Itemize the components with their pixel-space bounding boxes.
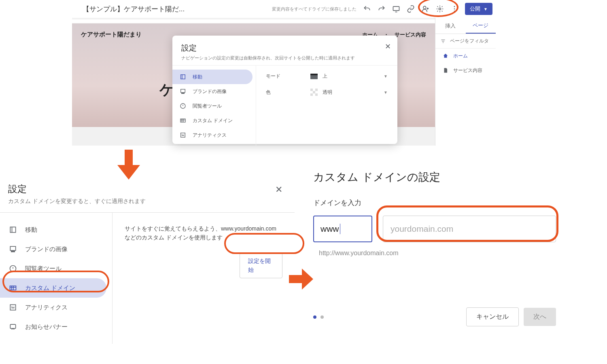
dialog-subtitle: ナビゲーションの設定の変更は自動保存され、次回サイトを公開した時に適用されます: [181, 55, 388, 61]
dialog-subtitle: カスタム ドメインを変更すると、すぐに適用されます: [8, 198, 287, 205]
site-brand: ケアサポート陽だまり: [81, 31, 142, 38]
undo-icon[interactable]: [360, 2, 374, 16]
preview-icon[interactable]: [389, 2, 403, 16]
step-dots: [313, 315, 324, 319]
dialog-title: 設定: [181, 43, 388, 53]
gear-icon[interactable]: [433, 2, 447, 16]
redo-icon[interactable]: [374, 2, 389, 16]
svg-rect-21: [10, 324, 15, 328]
domain-label: ドメインを入力: [313, 198, 556, 207]
page-service[interactable]: サービス内容: [435, 63, 496, 78]
svg-rect-15: [10, 227, 15, 232]
svg-point-4: [454, 8, 455, 10]
publish-button[interactable]: 公開▼: [465, 3, 492, 15]
right-panel: 挿入 ページ ページをフィルタ ホーム サービス内容: [435, 18, 496, 146]
dialog-tab-domain[interactable]: カスタム ドメイン: [172, 113, 253, 128]
domain-preview-url: http://www.yourdomain.com: [319, 250, 556, 257]
domain-input[interactable]: yourdomain.com: [383, 216, 556, 242]
subdomain-input[interactable]: www: [313, 216, 372, 242]
start-setup-button[interactable]: 設定を開始: [240, 253, 282, 278]
dialog-title: 設定: [8, 183, 287, 195]
editor-toolbar: 【サンプル】ケアサポート陽だ... 変更内容をすべてドライブに保存しました 公開…: [72, 0, 496, 18]
link-icon[interactable]: [403, 2, 418, 16]
next-button[interactable]: 次へ: [524, 308, 556, 326]
dialog-tab-navigation[interactable]: 移動: [172, 70, 253, 84]
dialog-tab-brand[interactable]: ブランドの画像: [0, 239, 106, 259]
svg-rect-16: [10, 246, 15, 250]
add-person-icon[interactable]: [418, 2, 433, 16]
domain-description: サイトをすぐに覚えてもらえるよう、www.yourdomain.com などのカ…: [125, 224, 282, 242]
close-icon[interactable]: ✕: [385, 42, 391, 51]
svg-rect-13: [310, 74, 318, 75]
site-canvas: ケアサポート陽だまり ホーム・サービス内容 ケ 設定 ナビゲーションの設定の変更…: [72, 18, 435, 146]
settings-dialog-2: 設定 カスタム ドメインを変更すると、すぐに適用されます ✕ 移動 ブランドの画…: [0, 180, 295, 340]
dialog-tab-domain[interactable]: カスタム ドメイン: [0, 278, 106, 298]
arrow-down-icon: [117, 150, 141, 180]
panel-footer: キャンセル 次へ: [313, 307, 556, 326]
settings-dialog: 設定 ナビゲーションの設定の変更は自動保存され、次回サイトを公開した時に適用され…: [172, 36, 397, 144]
dialog-tab-brand[interactable]: ブランドの画像: [172, 84, 253, 99]
panel-title: カスタム ドメインの設定: [313, 170, 556, 184]
svg-point-1: [423, 6, 426, 9]
svg-point-3: [454, 6, 455, 7]
color-row[interactable]: 色 透明▼: [266, 89, 388, 96]
custom-domain-panel: カスタム ドメインの設定 ドメインを入力 www yourdomain.com …: [313, 170, 556, 257]
dialog-tab-analytics[interactable]: アナリティクス: [0, 298, 106, 317]
more-icon[interactable]: [447, 2, 462, 16]
page-filter[interactable]: ページをフィルタ: [435, 34, 496, 49]
tab-insert[interactable]: 挿入: [435, 18, 466, 34]
close-icon[interactable]: ✕: [275, 184, 282, 195]
svg-rect-7: [181, 89, 185, 93]
dialog-tab-navigation[interactable]: 移動: [0, 220, 106, 239]
dialog-tab-banner[interactable]: お知らせバナー: [0, 317, 106, 336]
dialog-tab-viewer[interactable]: 閲覧者ツール: [0, 259, 106, 278]
svg-point-5: [454, 11, 455, 12]
dialog-tab-analytics[interactable]: アナリティクス: [172, 128, 253, 142]
svg-rect-17: [11, 251, 15, 252]
tab-pages[interactable]: ページ: [466, 18, 496, 34]
svg-rect-6: [181, 75, 185, 79]
doc-title: 【サンプル】ケアサポート陽だ...: [83, 4, 185, 14]
svg-rect-8: [182, 93, 185, 93]
svg-point-2: [439, 8, 441, 10]
save-status: 変更内容をすべてドライブに保存しました: [272, 6, 357, 12]
cancel-button[interactable]: キャンセル: [466, 307, 519, 326]
page-home[interactable]: ホーム: [435, 49, 496, 63]
svg-rect-0: [393, 6, 399, 11]
dialog-tab-viewer[interactable]: 閲覧者ツール: [172, 99, 253, 113]
mode-row[interactable]: モード 上▼: [266, 73, 388, 80]
